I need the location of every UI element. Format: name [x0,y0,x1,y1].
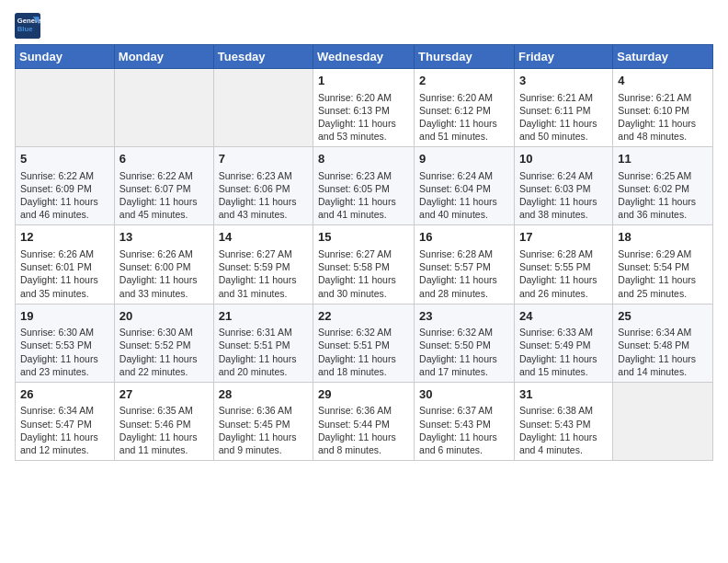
calendar-cell: 1Sunrise: 6:20 AMSunset: 6:13 PMDaylight… [313,69,415,147]
day-number: 24 [519,308,608,325]
col-header-wednesday: Wednesday [313,45,415,69]
calendar-cell: 5Sunrise: 6:22 AMSunset: 6:09 PMDaylight… [16,147,115,225]
day-number: 16 [419,229,509,246]
calendar-cell: 7Sunrise: 6:23 AMSunset: 6:06 PMDaylight… [213,147,313,225]
day-number: 11 [618,151,708,167]
day-number: 27 [119,386,209,403]
calendar-cell [114,69,213,147]
calendar-cell: 26Sunrise: 6:34 AMSunset: 5:47 PMDayligh… [16,382,115,460]
cell-content: Sunrise: 6:35 AMSunset: 5:46 PMDaylight:… [119,404,209,456]
col-header-friday: Friday [514,45,612,69]
col-header-tuesday: Tuesday [213,45,313,69]
day-number: 21 [219,308,308,325]
day-number: 7 [219,151,308,167]
day-number: 23 [419,308,509,325]
svg-text:Blue: Blue [17,25,33,33]
calendar-cell: 25Sunrise: 6:34 AMSunset: 5:48 PMDayligh… [613,304,713,382]
calendar-cell: 10Sunrise: 6:24 AMSunset: 6:03 PMDayligh… [514,147,612,225]
cell-content: Sunrise: 6:33 AMSunset: 5:49 PMDaylight:… [519,326,608,378]
cell-content: Sunrise: 6:24 AMSunset: 6:03 PMDaylight:… [519,169,608,222]
cell-content: Sunrise: 6:36 AMSunset: 5:44 PMDaylight:… [318,404,409,456]
calendar-cell: 22Sunrise: 6:32 AMSunset: 5:51 PMDayligh… [313,304,415,382]
day-number: 3 [519,73,608,89]
day-number: 26 [20,386,109,403]
calendar-cell: 9Sunrise: 6:24 AMSunset: 6:04 PMDaylight… [415,147,515,225]
calendar-cell: 28Sunrise: 6:36 AMSunset: 5:45 PMDayligh… [213,382,313,460]
cell-content: Sunrise: 6:30 AMSunset: 5:52 PMDaylight:… [119,326,209,378]
cell-content: Sunrise: 6:28 AMSunset: 5:55 PMDaylight:… [519,247,608,300]
day-number: 8 [318,151,409,167]
day-number: 30 [419,386,509,403]
calendar-cell: 14Sunrise: 6:27 AMSunset: 5:59 PMDayligh… [213,225,313,304]
cell-content: Sunrise: 6:32 AMSunset: 5:50 PMDaylight:… [419,326,509,378]
day-number: 10 [519,151,608,167]
calendar-cell: 4Sunrise: 6:21 AMSunset: 6:10 PMDaylight… [613,69,713,147]
calendar-cell: 24Sunrise: 6:33 AMSunset: 5:49 PMDayligh… [514,304,612,382]
day-number: 15 [318,229,409,246]
header: General Blue [15,9,713,39]
day-number: 1 [318,73,409,89]
cell-content: Sunrise: 6:21 AMSunset: 6:10 PMDaylight:… [618,91,708,144]
calendar-week-row: 19Sunrise: 6:30 AMSunset: 5:53 PMDayligh… [16,304,713,382]
cell-content: Sunrise: 6:20 AMSunset: 6:13 PMDaylight:… [318,91,409,144]
calendar-cell: 13Sunrise: 6:26 AMSunset: 6:00 PMDayligh… [114,225,213,304]
calendar-cell: 16Sunrise: 6:28 AMSunset: 5:57 PMDayligh… [415,225,515,304]
calendar-cell: 27Sunrise: 6:35 AMSunset: 5:46 PMDayligh… [114,382,213,460]
calendar-cell: 2Sunrise: 6:20 AMSunset: 6:12 PMDaylight… [415,69,515,147]
calendar-cell [213,69,313,147]
calendar-cell [613,382,713,460]
day-number: 12 [20,229,109,246]
col-header-saturday: Saturday [613,45,713,69]
cell-content: Sunrise: 6:22 AMSunset: 6:07 PMDaylight:… [119,169,209,222]
calendar-cell: 17Sunrise: 6:28 AMSunset: 5:55 PMDayligh… [514,225,612,304]
cell-content: Sunrise: 6:30 AMSunset: 5:53 PMDaylight:… [20,326,109,378]
cell-content: Sunrise: 6:29 AMSunset: 5:54 PMDaylight:… [618,247,708,300]
calendar-week-row: 26Sunrise: 6:34 AMSunset: 5:47 PMDayligh… [16,382,713,460]
day-number: 18 [618,229,708,246]
calendar-cell [16,69,115,147]
page: General Blue SundayMondayTuesdayWednesda… [0,0,728,470]
day-number: 22 [318,308,409,325]
cell-content: Sunrise: 6:22 AMSunset: 6:09 PMDaylight:… [20,169,109,222]
calendar-header-row: SundayMondayTuesdayWednesdayThursdayFrid… [16,45,713,69]
calendar-cell: 18Sunrise: 6:29 AMSunset: 5:54 PMDayligh… [613,225,713,304]
calendar-cell: 20Sunrise: 6:30 AMSunset: 5:52 PMDayligh… [114,304,213,382]
calendar-cell: 15Sunrise: 6:27 AMSunset: 5:58 PMDayligh… [313,225,415,304]
cell-content: Sunrise: 6:34 AMSunset: 5:48 PMDaylight:… [618,326,708,378]
cell-content: Sunrise: 6:21 AMSunset: 6:11 PMDaylight:… [519,91,608,144]
calendar-cell: 8Sunrise: 6:23 AMSunset: 6:05 PMDaylight… [313,147,415,225]
cell-content: Sunrise: 6:27 AMSunset: 5:59 PMDaylight:… [219,247,308,300]
col-header-thursday: Thursday [415,45,515,69]
day-number: 5 [20,151,109,167]
day-number: 31 [519,386,608,403]
cell-content: Sunrise: 6:23 AMSunset: 6:06 PMDaylight:… [219,169,308,222]
cell-content: Sunrise: 6:37 AMSunset: 5:43 PMDaylight:… [419,404,509,456]
col-header-sunday: Sunday [16,45,115,69]
cell-content: Sunrise: 6:36 AMSunset: 5:45 PMDaylight:… [219,404,308,456]
calendar-week-row: 1Sunrise: 6:20 AMSunset: 6:13 PMDaylight… [16,69,713,147]
cell-content: Sunrise: 6:34 AMSunset: 5:47 PMDaylight:… [20,404,109,456]
cell-content: Sunrise: 6:25 AMSunset: 6:02 PMDaylight:… [618,169,708,222]
logo: General Blue [15,13,42,39]
calendar-cell: 31Sunrise: 6:38 AMSunset: 5:43 PMDayligh… [514,382,612,460]
day-number: 19 [20,308,109,325]
day-number: 9 [419,151,509,167]
day-number: 20 [119,308,209,325]
day-number: 4 [618,73,708,89]
calendar-cell: 12Sunrise: 6:26 AMSunset: 6:01 PMDayligh… [16,225,115,304]
calendar-cell: 30Sunrise: 6:37 AMSunset: 5:43 PMDayligh… [415,382,515,460]
cell-content: Sunrise: 6:24 AMSunset: 6:04 PMDaylight:… [419,169,509,222]
calendar-cell: 19Sunrise: 6:30 AMSunset: 5:53 PMDayligh… [16,304,115,382]
day-number: 6 [119,151,209,167]
calendar-cell: 29Sunrise: 6:36 AMSunset: 5:44 PMDayligh… [313,382,415,460]
cell-content: Sunrise: 6:31 AMSunset: 5:51 PMDaylight:… [219,326,308,378]
cell-content: Sunrise: 6:26 AMSunset: 6:00 PMDaylight:… [119,247,209,300]
cell-content: Sunrise: 6:23 AMSunset: 6:05 PMDaylight:… [318,169,409,222]
calendar-cell: 6Sunrise: 6:22 AMSunset: 6:07 PMDaylight… [114,147,213,225]
cell-content: Sunrise: 6:28 AMSunset: 5:57 PMDaylight:… [419,247,509,300]
day-number: 28 [219,386,308,403]
cell-content: Sunrise: 6:20 AMSunset: 6:12 PMDaylight:… [419,91,509,144]
cell-content: Sunrise: 6:38 AMSunset: 5:43 PMDaylight:… [519,404,608,456]
calendar-cell: 21Sunrise: 6:31 AMSunset: 5:51 PMDayligh… [213,304,313,382]
cell-content: Sunrise: 6:26 AMSunset: 6:01 PMDaylight:… [20,247,109,300]
